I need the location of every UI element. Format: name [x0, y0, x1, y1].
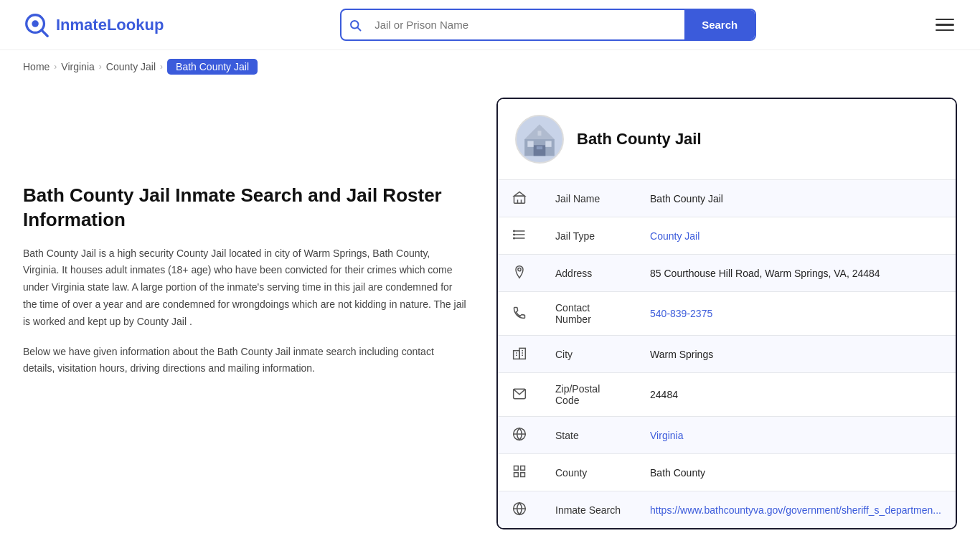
svg-point-1	[32, 20, 39, 27]
info-table: Jail NameBath County JailJail TypeCounty…	[498, 180, 956, 528]
table-row: Contact Number540-839-2375	[498, 292, 956, 336]
field-label: Zip/Postal Code	[541, 373, 636, 417]
header: InmateLookup Search	[0, 0, 980, 50]
table-row: Address85 Courthouse Hill Road, Warm Spr…	[498, 255, 956, 292]
svg-rect-9	[545, 141, 551, 147]
breadcrumb-sep-2: ›	[99, 62, 102, 72]
field-label: County	[541, 454, 636, 491]
field-value: Bath County Jail	[636, 180, 956, 217]
field-label: State	[541, 417, 636, 454]
card-header: Bath County Jail	[498, 99, 956, 180]
hamburger-line-3	[936, 29, 954, 32]
table-row: CountyBath County	[498, 454, 956, 491]
jail-building-icon	[522, 121, 557, 157]
svg-rect-11	[538, 131, 542, 136]
zip-icon	[498, 373, 541, 417]
field-value: 85 Courthouse Hill Road, Warm Springs, V…	[636, 255, 956, 292]
svg-line-4	[358, 27, 361, 30]
field-value: 24484	[636, 373, 956, 417]
svg-point-19	[514, 230, 515, 232]
field-value[interactable]: County Jail	[636, 217, 956, 255]
svg-marker-13	[514, 192, 525, 197]
field-value: Bath County	[636, 454, 956, 491]
jail-avatar	[515, 115, 564, 164]
field-label: Contact Number	[541, 292, 636, 336]
left-column: Bath County Jail Inmate Search and Jail …	[23, 98, 468, 377]
breadcrumb-type[interactable]: County Jail	[106, 61, 156, 72]
info-card: Bath County Jail Jail NameBath County Ja…	[496, 98, 957, 529]
list-icon	[498, 217, 541, 255]
hamburger-menu-button[interactable]	[933, 16, 957, 34]
field-label: Inmate Search	[541, 491, 636, 529]
table-row: Jail NameBath County Jail	[498, 180, 956, 217]
field-link[interactable]: County Jail	[650, 230, 699, 242]
svg-point-22	[518, 268, 521, 271]
svg-point-20	[514, 234, 515, 235]
breadcrumb-sep-3: ›	[160, 62, 163, 72]
county-icon	[498, 454, 541, 491]
field-value[interactable]: Virginia	[636, 417, 956, 454]
pin-icon	[498, 255, 541, 292]
search-wrapper: Search	[340, 9, 756, 41]
field-value[interactable]: https://www.bathcountyva.gov/government/…	[636, 491, 956, 529]
svg-point-21	[514, 237, 515, 239]
table-row: Zip/Postal Code24484	[498, 373, 956, 417]
jail-icon	[498, 180, 541, 217]
hamburger-line-2	[936, 24, 954, 26]
breadcrumb-sep-1: ›	[54, 62, 57, 72]
page-description-2: Below we have given information about th…	[23, 344, 468, 378]
field-label: Address	[541, 255, 636, 292]
field-label: Jail Name	[541, 180, 636, 217]
field-link[interactable]: Virginia	[650, 430, 683, 441]
svg-rect-24	[519, 348, 525, 359]
logo-text: InmateLookup	[56, 16, 164, 34]
breadcrumb-active: Bath County Jail	[167, 59, 258, 75]
logo-icon	[23, 11, 50, 39]
table-row: StateVirginia	[498, 417, 956, 454]
breadcrumb-home[interactable]: Home	[23, 61, 50, 72]
field-label: Jail Type	[541, 217, 636, 255]
hamburger-line-1	[936, 19, 954, 21]
table-row: Jail TypeCounty Jail	[498, 217, 956, 255]
svg-rect-10	[537, 146, 542, 149]
phone-icon	[498, 292, 541, 336]
search-area: Search	[340, 9, 756, 41]
search-input[interactable]	[369, 11, 684, 38]
page-title: Bath County Jail Inmate Search and Jail …	[23, 184, 468, 232]
svg-rect-23	[514, 351, 519, 359]
field-value: Warm Springs	[636, 336, 956, 373]
field-link[interactable]: 540-839-2375	[650, 308, 712, 319]
search-icon	[341, 19, 369, 32]
city-icon	[498, 336, 541, 373]
table-row: CityWarm Springs	[498, 336, 956, 373]
search-globe-icon	[498, 491, 541, 529]
breadcrumb: Home › Virginia › County Jail › Bath Cou…	[0, 50, 980, 83]
breadcrumb-state[interactable]: Virginia	[61, 61, 94, 72]
globe-icon	[498, 417, 541, 454]
page-description-1: Bath County Jail is a high security Coun…	[23, 245, 468, 331]
table-row: Inmate Searchhttps://www.bathcountyva.go…	[498, 491, 956, 529]
main-content: Bath County Jail Inmate Search and Jail …	[0, 83, 980, 551]
field-value[interactable]: 540-839-2375	[636, 292, 956, 336]
logo-link[interactable]: InmateLookup	[23, 11, 164, 39]
field-link[interactable]: https://www.bathcountyva.gov/government/…	[650, 504, 941, 516]
svg-rect-8	[527, 141, 533, 147]
svg-rect-12	[514, 196, 525, 203]
search-button[interactable]: Search	[684, 10, 755, 39]
svg-line-2	[42, 29, 48, 36]
field-label: City	[541, 336, 636, 373]
card-jail-name: Bath County Jail	[577, 130, 702, 149]
